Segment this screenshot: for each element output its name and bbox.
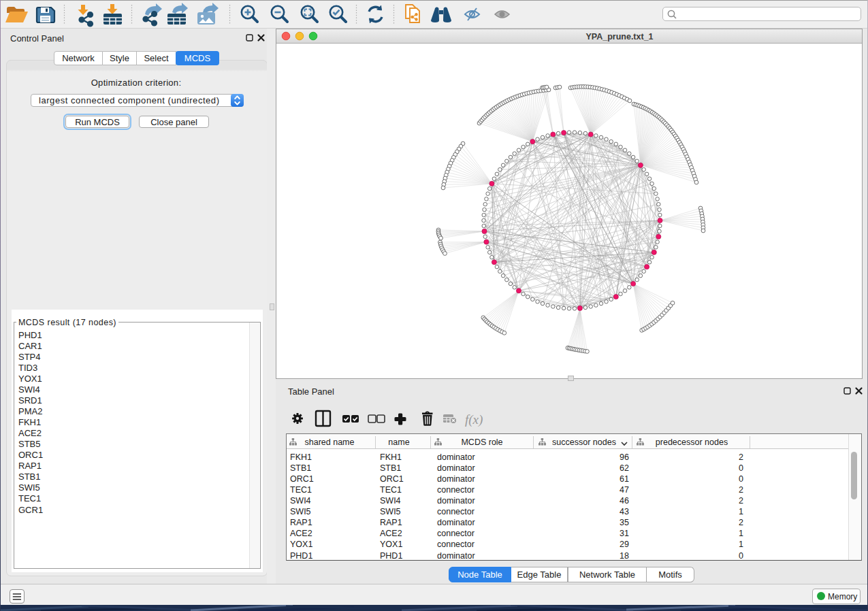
svg-text:f(x): f(x) bbox=[465, 412, 483, 427]
